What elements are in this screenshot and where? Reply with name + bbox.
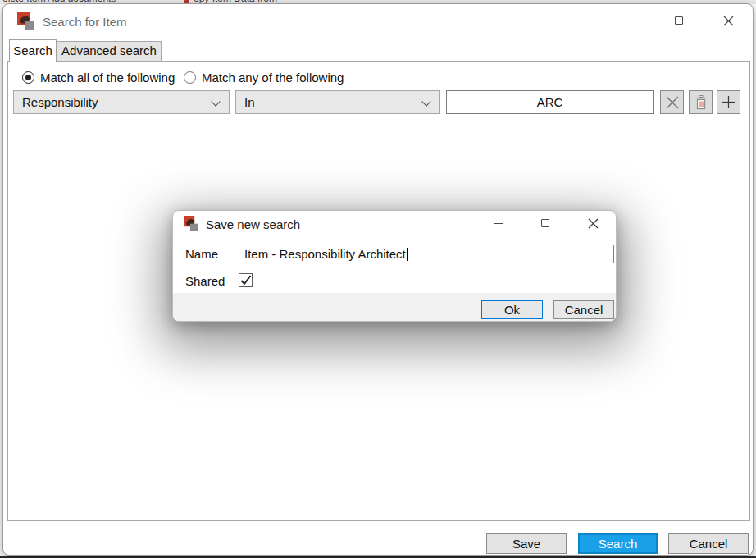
plus-icon xyxy=(722,95,736,109)
match-all-radio-option[interactable]: Match all of the following xyxy=(22,71,175,85)
dialog-close-button[interactable] xyxy=(576,211,609,236)
criteria-row: Responsibility In xyxy=(8,90,749,114)
maximize-button[interactable] xyxy=(661,7,697,34)
clear-x-icon xyxy=(665,95,680,110)
checkmark-icon xyxy=(240,275,252,286)
criteria-value-input[interactable] xyxy=(446,90,654,114)
clear-criteria-button[interactable] xyxy=(660,90,684,114)
shared-label: Shared xyxy=(185,274,225,288)
dialog-title-bar: Save new search xyxy=(173,211,616,237)
app-icon xyxy=(184,216,199,231)
match-any-label: Match any of the following xyxy=(202,71,344,85)
operator-select[interactable]: In xyxy=(235,90,440,114)
shared-checkbox[interactable] xyxy=(239,273,253,287)
window-controls xyxy=(612,7,746,34)
chevron-down-icon xyxy=(421,97,430,106)
name-input[interactable]: Item - Responsibility Architect xyxy=(239,245,614,263)
search-button[interactable]: Search xyxy=(578,533,658,554)
dialog-maximize-button[interactable] xyxy=(529,211,562,236)
match-all-label: Match all of the following xyxy=(40,71,175,85)
name-input-value: Item - Responsibility Architect xyxy=(244,247,406,261)
app-icon-gray-square xyxy=(190,224,198,231)
operator-select-value: In xyxy=(244,95,255,109)
match-any-radio-option[interactable]: Match any of the following xyxy=(184,71,344,85)
minimize-icon xyxy=(494,223,503,224)
close-button[interactable] xyxy=(710,7,746,34)
minimize-icon xyxy=(626,21,635,21)
title-bar: Search for Item xyxy=(3,4,753,40)
close-icon xyxy=(723,16,734,26)
radio-unselected-icon xyxy=(184,71,196,84)
save-button[interactable]: Save xyxy=(486,533,567,554)
field-select[interactable]: Responsibility xyxy=(13,90,230,114)
save-new-search-dialog: Save new search Name Item - Responsibili… xyxy=(172,210,617,322)
field-select-value: Responsibility xyxy=(22,95,98,109)
minimize-button[interactable] xyxy=(612,7,648,34)
ok-button[interactable]: Ok xyxy=(481,300,543,319)
tab-search[interactable]: Search xyxy=(9,39,57,62)
window-title: Search for Item xyxy=(43,4,127,40)
dialog-title: Save new search xyxy=(206,211,300,238)
text-caret xyxy=(407,248,408,261)
dialog-cancel-button[interactable]: Cancel xyxy=(553,300,614,319)
app-icon xyxy=(17,12,35,30)
delete-criteria-button[interactable] xyxy=(689,90,713,114)
radio-selected-icon xyxy=(22,71,34,84)
cancel-button[interactable]: Cancel xyxy=(668,533,749,554)
dialog-footer-band xyxy=(173,293,616,321)
tab-advanced-search[interactable]: Advanced search xyxy=(57,41,162,61)
dialog-window-controls xyxy=(481,211,609,236)
chevron-down-icon xyxy=(211,97,220,106)
maximize-icon xyxy=(675,16,683,25)
maximize-icon xyxy=(541,219,549,227)
add-criteria-button[interactable] xyxy=(717,90,740,114)
app-icon-gray-square xyxy=(25,21,34,30)
trash-icon xyxy=(695,95,708,110)
name-label: Name xyxy=(185,247,218,261)
close-icon xyxy=(588,218,599,229)
dialog-minimize-button[interactable] xyxy=(481,211,514,236)
